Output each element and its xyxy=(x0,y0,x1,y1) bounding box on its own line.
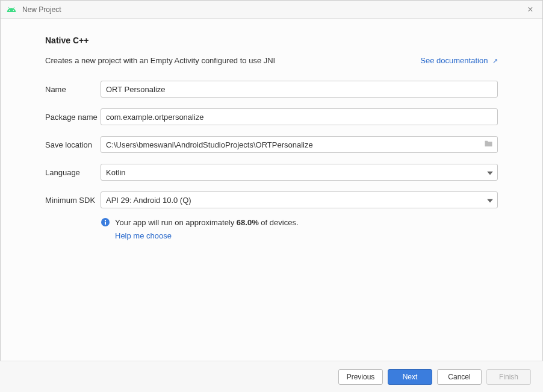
previous-button[interactable]: Previous xyxy=(338,369,383,385)
description-text: Creates a new project with an Empty Acti… xyxy=(45,56,275,65)
info-suffix: of devices. xyxy=(259,218,299,227)
name-input[interactable] xyxy=(101,81,498,98)
label-min-sdk: Minimum SDK xyxy=(45,196,101,205)
label-package: Package name xyxy=(45,113,101,122)
label-save-location: Save location xyxy=(45,140,101,149)
finish-button: Finish xyxy=(486,369,531,385)
documentation-link-text: See documentation xyxy=(420,56,488,65)
info-percent: 68.0% xyxy=(237,218,259,227)
package-input[interactable] xyxy=(101,108,498,125)
window-title: New Project xyxy=(22,5,524,14)
row-min-sdk: Minimum SDK API 29: Android 10.0 (Q) xyxy=(45,191,498,208)
info-prefix: Your app will run on approximately xyxy=(115,218,237,227)
titlebar: New Project × xyxy=(1,1,542,19)
description-row: Creates a new project with an Empty Acti… xyxy=(45,56,498,65)
row-language: Language Kotlin xyxy=(45,164,498,181)
row-save-location: Save location xyxy=(45,136,498,153)
label-name: Name xyxy=(45,85,101,94)
info-text: Your app will run on approximately 68.0%… xyxy=(115,217,299,241)
language-select[interactable]: Kotlin xyxy=(101,164,498,181)
row-package: Package name xyxy=(45,108,498,125)
documentation-link[interactable]: See documentation ↗ xyxy=(420,56,498,65)
android-icon xyxy=(7,5,16,14)
next-button[interactable]: Next xyxy=(388,369,432,385)
language-value: Kotlin xyxy=(106,168,126,177)
save-location-input[interactable] xyxy=(101,136,498,153)
info-icon xyxy=(101,217,110,227)
page-heading: Native C++ xyxy=(45,36,498,45)
svg-rect-1 xyxy=(105,222,106,225)
label-language: Language xyxy=(45,168,101,177)
min-sdk-select[interactable]: API 29: Android 10.0 (Q) xyxy=(101,191,498,208)
footer: Previous Next Cancel Finish xyxy=(0,361,543,392)
min-sdk-value: API 29: Android 10.0 (Q) xyxy=(106,196,191,205)
external-link-icon: ↗ xyxy=(492,57,498,64)
content-area: Native C++ Creates a new project with an… xyxy=(1,19,542,361)
browse-folder-icon[interactable] xyxy=(484,140,493,149)
svg-rect-2 xyxy=(105,220,106,221)
help-me-choose-link[interactable]: Help me choose xyxy=(115,230,299,242)
close-icon[interactable]: × xyxy=(524,4,536,15)
cancel-button[interactable]: Cancel xyxy=(437,369,482,385)
info-block: Your app will run on approximately 68.0%… xyxy=(101,217,498,241)
row-name: Name xyxy=(45,81,498,98)
